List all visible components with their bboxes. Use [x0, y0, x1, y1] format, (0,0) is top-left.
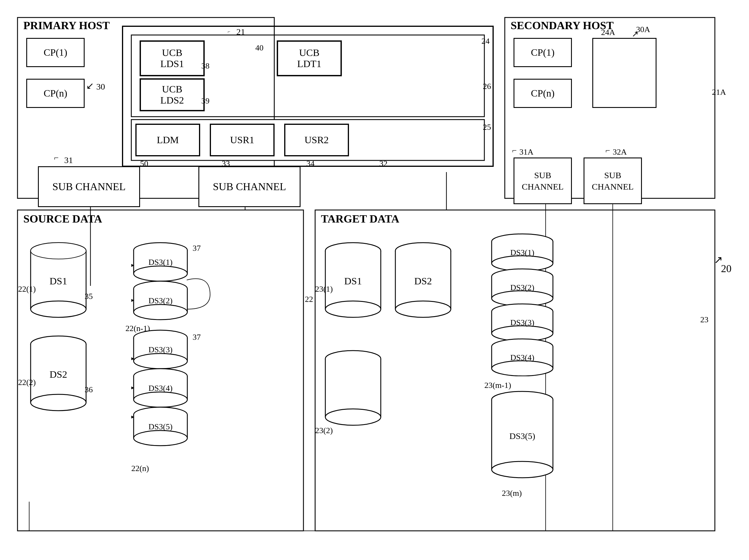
svg-point-57: [134, 392, 187, 407]
svg-point-31: [134, 266, 187, 281]
ref-32a: 32A: [613, 147, 627, 157]
cylinder-target-ds3-1234: DS3(1) DS3(2) DS3(3) DS3(4): [490, 233, 554, 378]
svg-text:DS3(5): DS3(5): [149, 422, 172, 431]
target-ds3-svg: DS3(1) DS3(2) DS3(3) DS3(4): [490, 233, 554, 376]
cylinder-ds1: DS1: [29, 242, 88, 325]
svg-point-45: [30, 394, 86, 411]
cylinder-ds3-345-group: DS3(3) DS3(4) DS3(5): [131, 329, 190, 459]
ref-22-2: 22(2): [18, 378, 36, 387]
svg-point-72: [325, 301, 381, 317]
ref-39: 39: [201, 96, 210, 106]
ref-23m-1: 23(m-1): [484, 381, 511, 390]
usr2-box: USR2: [284, 124, 349, 156]
diagram: PRIMARY HOST SECONDARY HOST 20 ↗ 21 ⌐ CP…: [0, 0, 749, 560]
ref-24a: 24A: [601, 28, 615, 37]
svg-text:DS1: DS1: [344, 276, 362, 286]
sub-channel-32a: SUBCHANNEL: [583, 157, 642, 204]
ucb-lds1: UCBLDS1: [140, 41, 204, 76]
svg-text:DS2: DS2: [49, 369, 67, 380]
svg-text:DS3(1): DS3(1): [510, 248, 534, 257]
ucb-lds2: UCBLDS2: [140, 79, 204, 111]
cpn-secondary: CP(n): [514, 79, 572, 108]
cp1-primary: CP(1): [26, 38, 85, 67]
svg-point-24: [30, 301, 86, 317]
ref-32-pos: 32: [379, 159, 387, 168]
ucb-ldt1: UCBLDT1: [277, 41, 341, 76]
svg-text:DS3(2): DS3(2): [510, 283, 534, 292]
ref-37-top: 37: [193, 243, 201, 253]
svg-point-63: [134, 431, 187, 446]
svg-text:DS3(5): DS3(5): [510, 431, 535, 441]
svg-text:DS2: DS2: [414, 276, 432, 286]
svg-text:DS3(3): DS3(3): [510, 318, 534, 327]
cylinder-target-ds35: DS3(5): [490, 391, 554, 485]
ref-21a: 21A: [712, 87, 726, 97]
target-ds1-svg: DS1: [324, 242, 382, 324]
ref-34: 34: [306, 159, 315, 168]
cp1-secondary: CP(1): [514, 38, 572, 67]
ds3-345-svg: DS3(3) DS3(4) DS3(5): [131, 329, 190, 458]
svg-rect-75: [325, 359, 381, 417]
ref-23-1: 23(1): [315, 284, 333, 294]
ref-24: 24: [481, 37, 490, 46]
ref-35: 35: [85, 292, 93, 301]
ref-22-1: 22(1): [18, 284, 36, 294]
svg-point-83: [395, 301, 451, 317]
cylinder-target-ds2: [324, 350, 382, 433]
ref-23-brace: 23: [700, 315, 708, 324]
ldm-box: LDM: [136, 124, 200, 156]
ref-23-2: 23(2): [315, 426, 333, 435]
svg-point-107: [492, 361, 553, 376]
ref-30: 30: [96, 82, 105, 91]
svg-text:DS3(2): DS3(2): [149, 296, 172, 305]
svg-point-37: [134, 304, 187, 320]
ref-36: 36: [85, 385, 93, 394]
box-24a: [592, 38, 657, 108]
secondary-host-label: SECONDARY HOST: [511, 19, 614, 32]
ref-40: 40: [255, 43, 263, 52]
ref-22n: 22(n): [131, 464, 149, 473]
ref-22-brace: 22: [305, 295, 313, 304]
sub-channel-32: SUB CHANNEL: [198, 166, 301, 207]
cylinder-target-ds1: DS1: [324, 242, 382, 325]
ref-21: 21: [236, 27, 245, 37]
svg-point-78: [325, 409, 381, 425]
usr1-box: USR1: [210, 124, 274, 156]
target-ds2-labeled-svg: DS2: [394, 242, 452, 324]
svg-point-25: [30, 243, 86, 259]
ref-23m: 23(m): [502, 489, 522, 498]
cylinder-ds2: DS2: [29, 336, 88, 418]
ref-50: 50: [140, 159, 148, 168]
source-data-label: SOURCE DATA: [23, 212, 102, 225]
target-data-label: TARGET DATA: [321, 212, 400, 225]
sub-channel-31: SUB CHANNEL: [38, 166, 140, 207]
ref-25: 25: [483, 123, 491, 132]
target-ds2-svg: [324, 350, 382, 432]
ref-26: 26: [483, 82, 491, 91]
cpn-primary: CP(n): [26, 79, 85, 108]
ref-31a: 31A: [519, 147, 533, 157]
sub-channel-31a: SUBCHANNEL: [514, 157, 572, 204]
target-ds35-svg: DS3(5): [490, 391, 554, 484]
svg-text:DS3(4): DS3(4): [149, 384, 172, 393]
cylinder-target-ds2-labeled: DS2: [394, 242, 452, 325]
svg-text:DS1: DS1: [49, 276, 67, 286]
ds2-svg: DS2: [29, 336, 88, 417]
svg-text:DS3(1): DS3(1): [149, 258, 172, 266]
ref-37-bottom: 37: [193, 332, 201, 342]
svg-text:DS3(3): DS3(3): [149, 345, 172, 354]
svg-point-51: [134, 353, 187, 369]
primary-host-label: PRIMARY HOST: [23, 19, 110, 32]
ds1-svg: DS1: [29, 242, 88, 324]
ref-38: 38: [201, 61, 210, 70]
svg-point-113: [492, 461, 553, 478]
svg-text:DS3(4): DS3(4): [510, 353, 534, 362]
ref-31: 31: [64, 155, 73, 165]
